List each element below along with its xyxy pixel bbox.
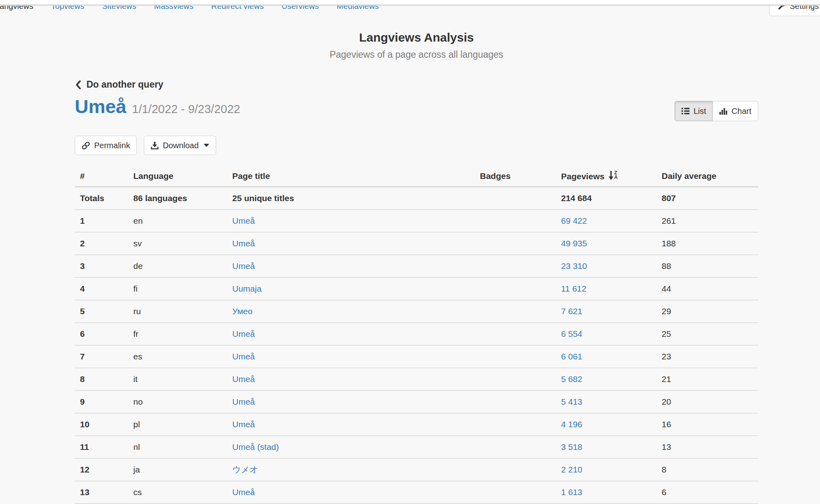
pageviews-header-label: Pageviews [561,172,604,181]
page-title-link[interactable]: Умео [232,307,252,316]
link-icon [82,141,90,150]
pageviews-link[interactable]: 4 196 [561,420,582,429]
pageviews-link[interactable]: 11 612 [561,284,587,293]
page-title-link[interactable]: ウメオ [232,465,258,474]
table-row: 10plUmeå4 19616 [75,413,758,436]
language-cell: ru [128,300,227,323]
page-subtitle: Pageviews of a page across all languages [75,49,758,60]
daily-average-cell: 29 [656,300,758,323]
query-heading-row: Umeå 1/1/2022 - 9/23/2022 List [75,95,758,122]
page-title-link[interactable]: Umeå [232,216,255,225]
table-row: 9noUmeå5 41320 [75,391,758,413]
query-heading: Umeå 1/1/2022 - 9/23/2022 [75,95,758,118]
rank-cell: 2 [75,232,128,255]
page-title-cell: Uumaja [227,277,475,300]
language-cell: sv [128,232,227,255]
permalink-button[interactable]: Permalink [75,136,137,155]
badges-cell [475,391,556,413]
back-link[interactable]: Do another query [75,79,163,90]
column-header-rank: # [75,166,128,187]
pageviews-link[interactable]: 23 310 [561,261,587,271]
page-title-cell: Umeå [227,255,475,277]
pageviews-cell: 4 196 [556,413,656,436]
page-title-link[interactable]: Uumaja [232,284,261,293]
pageviews-link[interactable]: 6 554 [561,329,582,338]
rank-cell: 12 [75,458,128,481]
table-row: 3deUmeå23 31088 [75,255,758,277]
pageviews-link[interactable]: 5 413 [561,397,582,406]
main-content: Langviews Analysis Pageviews of a page a… [75,0,758,504]
daily-average-cell: 8 [656,458,758,481]
language-cell: en [128,210,227,232]
list-view-button[interactable]: List [675,101,713,121]
back-link-label: Do another query [86,79,163,90]
table-row: 4fiUumaja11 61244 [75,277,758,300]
page-title-cell: Умео [227,300,475,323]
page-title-link[interactable]: Umeå [232,329,255,338]
pageviews-cell: 11 612 [556,277,656,300]
chart-view-button[interactable]: Chart [713,101,758,121]
daily-average-cell: 21 [656,368,758,391]
page-title-link[interactable]: Umeå [232,397,255,406]
daily-average-cell: 261 [656,210,758,232]
totals-label: Totals [75,187,128,210]
pageviews-cell: 1 613 [556,481,656,504]
page-title-cell: Umeå [227,391,475,413]
pageviews-link[interactable]: 2 210 [561,465,582,474]
page-title-link[interactable]: Umeå [232,239,255,248]
badges-cell [475,436,556,458]
pageviews-link[interactable]: 7 621 [561,307,582,316]
column-header-page-title: Page title [227,166,475,187]
badges-cell [475,413,556,436]
pageviews-link[interactable]: 49 935 [561,239,587,248]
pageviews-link[interactable]: 3 518 [561,442,582,452]
page-title-link[interactable]: Umeå [232,352,255,361]
language-cell: nl [128,436,227,458]
chart-view-label: Chart [732,107,751,115]
page-title-link[interactable]: Umeå [232,487,255,497]
download-button[interactable]: Download [144,136,216,155]
table-row: 2svUmeå49 935188 [75,232,758,255]
page-title-link[interactable]: Umeå (stad) [232,442,279,452]
totals-row: Totals 86 languages 25 unique titles 214… [75,187,758,210]
download-label: Download [163,141,199,149]
page-title-cell: Umeå [227,210,475,232]
language-cell: fi [128,277,227,300]
daily-average-cell: 13 [656,436,758,458]
language-cell: pl [128,413,227,436]
pageviews-link[interactable]: 6 061 [561,352,582,361]
badges-cell [475,277,556,300]
page-title-link[interactable]: Umeå [232,374,255,384]
pageviews-link[interactable]: 1 613 [561,487,582,497]
sort-descending-icon[interactable]: ZA [608,170,618,181]
column-header-badges: Badges [475,166,556,187]
table-row: 13csUmeå1 6136 [75,481,758,504]
rank-cell: 7 [75,345,128,368]
pageviews-link[interactable]: 5 682 [561,374,582,384]
column-header-daily-average: Daily average [656,166,758,187]
language-cell: de [128,255,227,277]
daily-average-cell: 188 [656,232,758,255]
page-title: Langviews Analysis [75,31,758,44]
table-row: 12jaウメオ2 2108 [75,458,758,481]
column-header-pageviews[interactable]: PageviewsZA [556,166,656,187]
pageviews-link[interactable]: 69 422 [561,216,587,225]
daily-average-cell: 44 [656,277,758,300]
language-cell: no [128,391,227,413]
page-title-link[interactable]: Umeå [232,420,255,429]
query-page-link[interactable]: Umeå [75,95,126,118]
pageviews-cell: 5 413 [556,391,656,413]
totals-languages: 86 languages [128,187,227,210]
table-row: 1enUmeå69 422261 [75,210,758,232]
table-row: 5ruУмео7 62129 [75,300,758,323]
list-view-label: List [694,107,706,115]
daily-average-cell: 20 [656,391,758,413]
badges-cell [475,210,556,232]
totals-daily-average: 807 [656,187,758,210]
badges-cell [475,368,556,391]
page-title-link[interactable]: Umeå [232,261,255,271]
rank-cell: 9 [75,391,128,413]
pageviews-cell: 49 935 [556,232,656,255]
table-header-row: # Language Page title Badges PageviewsZA… [75,166,758,187]
rank-cell: 8 [75,368,128,391]
